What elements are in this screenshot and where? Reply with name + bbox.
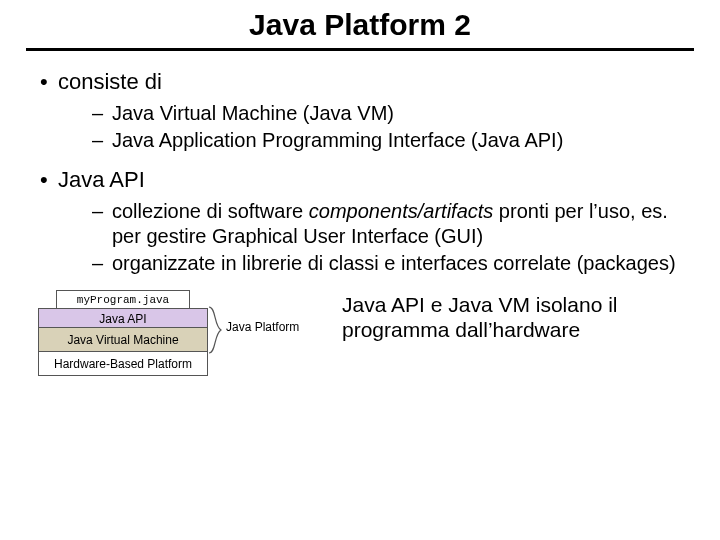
layer-jvm: Java Virtual Machine [38, 328, 208, 352]
bullet-text: consiste di [58, 69, 162, 94]
layer-program: myProgram.java [56, 290, 190, 308]
layer-hw: Hardware-Based Platform [38, 352, 208, 376]
sub-bullet-item: organizzate in librerie di classi e inte… [92, 251, 694, 276]
layer-api: Java API [38, 308, 208, 328]
bullet-list: consiste di Java Virtual Machine (Java V… [26, 69, 694, 276]
sub-bullet-item: Java Virtual Machine (Java VM) [92, 101, 694, 126]
bullet-item-1: consiste di Java Virtual Machine (Java V… [40, 69, 694, 153]
bottom-row: myProgram.java Java API Java Virtual Mac… [26, 290, 694, 400]
sub-bullet-list-2: collezione di software components/artifa… [58, 199, 694, 276]
slide: Java Platform 2 consiste di Java Virtual… [0, 0, 720, 540]
brace-icon [208, 306, 222, 354]
bullet-text: Java API [58, 167, 145, 192]
sub-bullet-item: Java Application Programming Interface (… [92, 128, 694, 153]
sub-bullet-list-1: Java Virtual Machine (Java VM) Java Appl… [58, 101, 694, 153]
sub-bullet-item: collezione di software components/artifa… [92, 199, 694, 249]
diagram-caption: Java API e Java VM isolano il programma … [250, 290, 694, 342]
text-run: collezione di software [112, 200, 309, 222]
emphasized-text: components/artifacts [309, 200, 494, 222]
title-divider [26, 48, 694, 51]
slide-title: Java Platform 2 [26, 8, 694, 42]
bullet-item-2: Java API collezione di software componen… [40, 167, 694, 276]
layer-stack: myProgram.java Java API Java Virtual Mac… [38, 290, 208, 376]
platform-label: Java Platform [226, 320, 299, 334]
platform-diagram: myProgram.java Java API Java Virtual Mac… [38, 290, 250, 400]
